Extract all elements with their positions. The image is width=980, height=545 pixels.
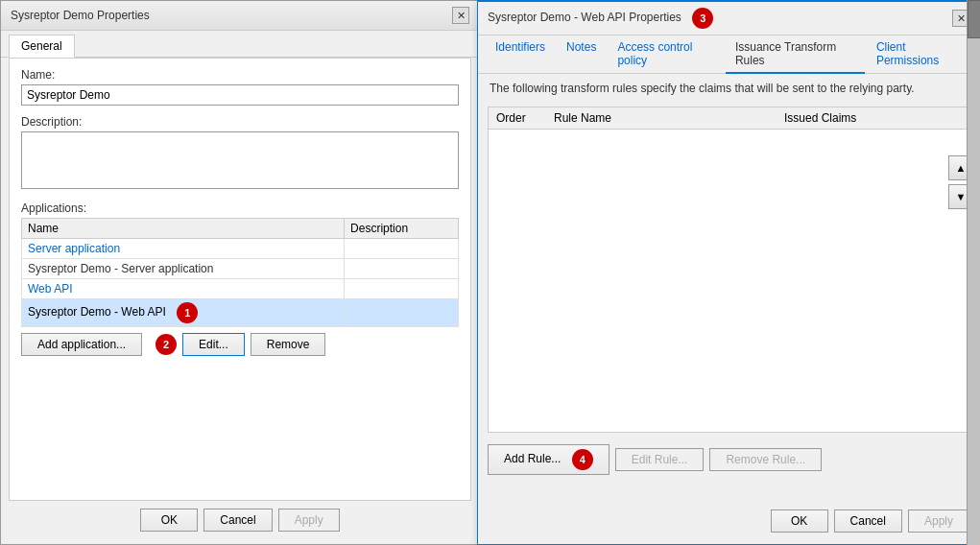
col-name: Name: [22, 219, 345, 239]
badge-4: 4: [572, 449, 593, 470]
apply-button[interactable]: Apply: [278, 509, 340, 532]
table-row[interactable]: Sysreptor Demo - Server application: [22, 259, 459, 279]
right-apply-button[interactable]: Apply: [908, 509, 969, 533]
right-dialog-title: Sysreptor Demo - Web API Properties 3: [488, 8, 713, 29]
app-name-cell: Server application: [22, 239, 345, 259]
app-desc-cell: [345, 299, 459, 327]
app-desc-cell: [345, 239, 459, 259]
left-dialog-title: Sysreptor Demo Properties: [11, 9, 150, 22]
left-bottom-buttons: OK Cancel Apply: [9, 501, 471, 535]
edit-button[interactable]: Edit...: [182, 333, 245, 356]
col-order: Order: [489, 107, 546, 130]
name-label: Name:: [21, 68, 459, 82]
right-cancel-button[interactable]: Cancel: [834, 509, 902, 533]
left-dialog: Sysreptor Demo Properties ✕ General Name…: [0, 0, 480, 545]
rule-buttons-area: Add Rule... 4 Edit Rule... Remove Rule..…: [478, 437, 979, 483]
tab-client-permissions[interactable]: Client Permissions: [867, 36, 971, 74]
col-description: Description: [345, 219, 459, 239]
badge-1: 1: [177, 302, 198, 323]
left-close-button[interactable]: ✕: [452, 7, 469, 24]
table-row[interactable]: Web API: [22, 279, 459, 299]
app-name-cell: Sysreptor Demo - Web API 1: [22, 299, 345, 327]
table-row[interactable]: Server application: [22, 239, 459, 259]
app-name-cell: Web API: [22, 279, 345, 299]
tab-issuance-transform[interactable]: Issuance Transform Rules: [726, 36, 865, 74]
table-row-selected[interactable]: Sysreptor Demo - Web API 1: [22, 299, 459, 327]
description-label: Description:: [21, 115, 459, 129]
tab-notes[interactable]: Notes: [557, 36, 606, 74]
rules-table: Order Rule Name Issued Claims: [489, 107, 968, 130]
remove-button[interactable]: Remove: [251, 333, 326, 356]
badge-3: 3: [692, 8, 713, 29]
edit-rule-button[interactable]: Edit Rule...: [615, 448, 705, 471]
right-dialog: Sysreptor Demo - Web API Properties 3 ✕ …: [477, 0, 980, 545]
tab-access-control[interactable]: Access control policy: [608, 36, 723, 74]
right-tabs: Identifiers Notes Access control policy …: [478, 36, 979, 74]
tab-general[interactable]: General: [9, 35, 75, 58]
ok-button[interactable]: OK: [140, 509, 198, 532]
remove-rule-button[interactable]: Remove Rule...: [709, 448, 822, 471]
col-issued-claims: Issued Claims: [777, 107, 968, 130]
app-desc-cell: [345, 279, 459, 299]
left-form-area: Name: Description: Applications: Name De…: [9, 58, 471, 501]
add-application-button[interactable]: Add application...: [21, 333, 142, 356]
description-textarea[interactable]: [21, 131, 459, 189]
col-rule-name: Rule Name: [546, 107, 777, 130]
left-content-area: Name: Description: Applications: Name De…: [1, 58, 479, 543]
add-rule-button[interactable]: Add Rule... 4: [488, 444, 610, 475]
applications-label: Applications:: [21, 201, 459, 215]
tab-identifiers[interactable]: Identifiers: [486, 36, 555, 74]
app-name-cell: Sysreptor Demo - Server application: [22, 259, 345, 279]
right-bottom-buttons: OK Cancel Apply: [478, 504, 979, 538]
scroll-thumb[interactable]: [968, 0, 980, 38]
applications-table: Name Description Server application Sysr…: [21, 218, 459, 327]
app-buttons-area: Add application... 2 Edit... Remove: [21, 327, 459, 360]
name-input[interactable]: [21, 84, 459, 106]
right-titlebar: Sysreptor Demo - Web API Properties 3 ✕: [478, 2, 979, 36]
cancel-button[interactable]: Cancel: [203, 509, 272, 532]
left-tabs: General: [1, 31, 479, 58]
rules-table-container: Order Rule Name Issued Claims: [488, 107, 969, 433]
scrollbar[interactable]: [967, 0, 980, 545]
badge-2: 2: [155, 334, 177, 355]
right-ok-button[interactable]: OK: [771, 509, 828, 533]
left-titlebar: Sysreptor Demo Properties ✕: [1, 1, 479, 31]
rules-description: The following transform rules specify th…: [478, 74, 979, 103]
app-desc-cell: [345, 259, 459, 279]
